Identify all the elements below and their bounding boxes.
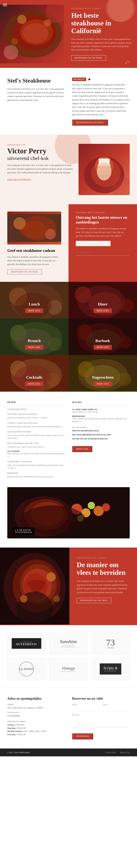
promo-left-description: Ons uitkeert is duidelijk vanzelfend, de… (7, 255, 61, 266)
cocktail-cat: VLEESVS GARNALCOCKTAIL (7, 422, 65, 424)
cocktails-button[interactable]: MEER LEES (25, 381, 43, 386)
menu-row-oesters: OESTERS VAN HET SEIZOEN jumbo, caviar, m… (7, 413, 65, 419)
cocktails-overlay (0, 355, 69, 392)
promo-right-title: Ontvang het laatste nieuws en aanbieding… (76, 215, 130, 224)
promo-right-description: Ons uitkeert is duidelijk vanzelfend, de… (76, 227, 130, 238)
steakhouse-section: Stef's Steakhouse Ons restaurant in de b… (0, 68, 137, 135)
nagerechten-content: Nagerechten MEER LEES (92, 375, 113, 386)
promo-left-title: Geef een steakhouse cadeau (7, 248, 61, 253)
manier-description: Ons restaurant in de buurt van LA al mee… (77, 579, 130, 594)
nagerechten-button[interactable]: MEER LEES (94, 381, 112, 386)
diner-right-col: WACHU A-5 NEW YORK STRIP | 18 Japanse Wa… (72, 401, 130, 480)
wachu-title: WACHU (72, 401, 130, 405)
menu-row-ribburger: RIB BURGER patties, gestoofd vlees, gero… (72, 415, 130, 423)
hero-image (0, 5, 64, 63)
email-group: Email (72, 704, 99, 711)
manier-reserve-button[interactable]: RESERVEER NU UW TAFEL (77, 598, 111, 603)
address-label: ADRES (7, 704, 65, 706)
hours-sunday: Zondag 17:00-22:00 (7, 723, 65, 726)
manier-right: ONTHOEFEN EN VISEEN De manier om vlees t… (69, 548, 137, 625)
barboek-content: Barboek MEER LEES (94, 338, 112, 349)
diner-button[interactable]: MEER LEES (94, 308, 112, 313)
diner-menu-title: DINER (7, 401, 65, 405)
oesters-cat: OESTERS VAN HET SEIZOEN (7, 413, 65, 415)
cocktail-detail: geroosterde tomaat, tuinkruiden, ancho, … (7, 425, 65, 428)
hamburger-menu[interactable] (3, 3, 7, 7)
menu-item-brunch: Brunch MEER LEES (0, 318, 69, 355)
overlay-text: LA DETESTEOUVENHOTIS (15, 529, 32, 533)
ouvenhotis-logo: LA DETESTE OUVENHOTIS (12, 638, 41, 649)
partner-sunshine: Sunshine STEAKHOUSE (49, 632, 88, 654)
promo-left-button[interactable]: RESERVEER NU UW TAFEL (7, 269, 42, 275)
scripty-logo: Scripty & RESTAURANT (100, 663, 121, 675)
svg-point-6 (11, 38, 18, 45)
chef-read-more-link[interactable]: LEES HET INTERVIEW (7, 178, 31, 181)
reservation-submit-button[interactable]: RESERVEER (72, 733, 93, 739)
lunch-button[interactable]: MEER LEES (25, 308, 43, 313)
accessories-label: ACCESSOIRES (72, 426, 130, 428)
diner-content: Diner MEER LEES (94, 302, 112, 313)
barboek-button[interactable]: MEER LEES (94, 345, 112, 349)
footer-privacy-link[interactable]: Privacy Policy (106, 751, 116, 753)
phone-label: TELEFOON (7, 712, 65, 714)
contact-info: Adres en openingstijden ADRES 441 S. Hoe… (7, 697, 65, 739)
menu-row-oscar: OSCAR VAN DE ACHTERSTE BACON (72, 438, 130, 440)
svg-point-4 (18, 15, 27, 24)
partner-classic: CLASSIC (7, 658, 46, 680)
menu-item-lunch: Lunch MEER LEES (0, 282, 69, 318)
message-textarea[interactable] (72, 716, 130, 727)
menu-order-button[interactable]: MEER LEES (72, 446, 92, 452)
phone-value: (213) 896-0900 (7, 714, 65, 718)
brunch-button[interactable]: MEER LEES (25, 345, 43, 349)
diner-overlay-logo: LA DETESTEOUVENHOTIS (13, 527, 35, 535)
scripty-text: Scripty & (103, 666, 117, 670)
steakhouse-desc1: Ons restaurant in de buurt van LA al mee… (7, 87, 65, 102)
bearnaise-name: MAYTES BEARNAISE KAAS (72, 430, 130, 432)
steakhouse-right: MICHELIN ★ Dat stef's is duidelijk vanze… (72, 77, 130, 126)
toren-cat: ZEEVRUCHTEN TOREN (7, 431, 65, 433)
promo-right-subtitle: ONTVANG HET LAATSTE (76, 212, 130, 214)
ham-line-1 (3, 4, 7, 4)
name-group: Name (103, 704, 130, 711)
barboek-title: Barboek (94, 338, 112, 343)
sunshine-sub: STEAKHOUSE (60, 646, 77, 648)
name-label: Name (103, 704, 130, 706)
name-input[interactable] (103, 706, 130, 711)
steakhouse-desc2: Dat stef's is duidelijk vanzelfend, de l… (72, 83, 130, 117)
scallops-name: PAN-GESCHROEFDE DOVER SCALLOPS (72, 434, 130, 436)
tonalitis-detail: tonijn ceviche | gegrilde tonijn ceviche… (7, 464, 65, 469)
menu-row-bibimbap: BIBIMBAP geroosterd lam vlees, bibimbap … (7, 472, 65, 478)
menu-row-ceasar: A-5 CEASAR boter, romano, kaas, croutons… (7, 450, 65, 458)
footer-terms-link[interactable]: Terms of Use (120, 751, 130, 753)
promo-right-button[interactable]: RESERVEER NU UW TAFEL (76, 241, 110, 246)
ribburger-name: RIB BURGER (72, 415, 130, 417)
steakhouse-reserve-button[interactable]: RESERVEER NU UW TAFEL (72, 120, 108, 126)
menu-item-barboek: Barboek MEER LEES (69, 318, 137, 355)
diner-section: DINER VOORGERECHTEN OESTERS VAN HET SEIZ… (0, 392, 137, 548)
promo-section: Geef een steakhouse cadeau Ons uitkeert … (0, 204, 137, 282)
diner-left-col: DINER VOORGERECHTEN OESTERS VAN HET SEIZ… (7, 401, 65, 480)
menu-item-nagerechten: Nagerechten MEER LEES (69, 355, 137, 392)
logo-73-number: 73 (106, 638, 115, 647)
menu-row-tonalitis: GEPEPERDE TONALITIS tonijn ceviche | geg… (7, 461, 65, 469)
message-label: Message (72, 714, 130, 716)
menu-row-bearnaise: MAYTES BEARNAISE KAAS (72, 430, 130, 432)
ceasar-detail: boter, romano, kaas, croutons, citroen p… (7, 452, 65, 458)
lunch-overlay (0, 282, 69, 318)
lunch-title: Lunch (25, 302, 43, 307)
hero-reserve-button[interactable]: RESERVEER NU UW TAFEL (71, 55, 106, 61)
partner-vintage: Vintage RESTAURANT (49, 658, 88, 680)
ribburger-detail: patties, gestoofd vlees, gerookte gruda,… (72, 417, 130, 423)
manier-section: ONTHOEFEN EN VISEEN De manier om vlees t… (0, 548, 137, 625)
svg-point-66 (46, 572, 56, 581)
promo-left: Geef een steakhouse cadeau Ons uitkeert … (0, 204, 69, 282)
form-top-row: Email Name (72, 704, 130, 714)
newsletter-email-input[interactable] (76, 250, 130, 255)
partner-ouvenhotis: LA DETESTE OUVENHOTIS (7, 632, 46, 654)
ouvenhotis-name: OUVENHOTIS (16, 643, 37, 646)
email-input[interactable] (72, 706, 99, 711)
ham-line-3 (3, 6, 7, 6)
message-group: Message (72, 714, 130, 728)
svg-point-67 (20, 595, 27, 602)
svg-point-12 (97, 162, 111, 181)
